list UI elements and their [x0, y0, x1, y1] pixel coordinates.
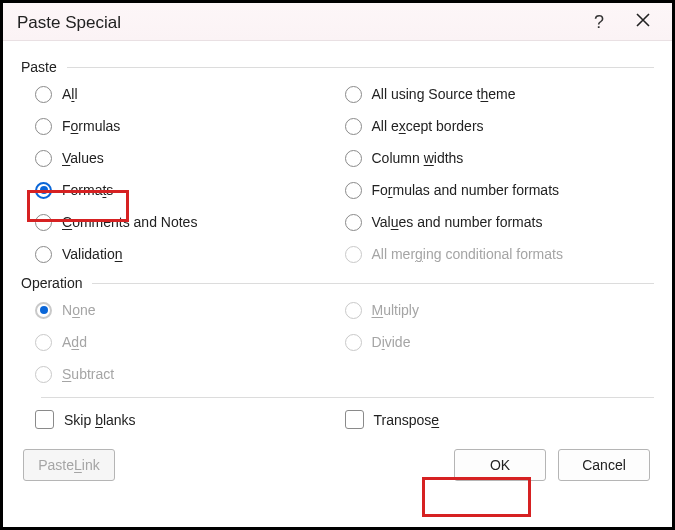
- radio-button[interactable]: [35, 246, 52, 263]
- radio-option-or1: Divide: [345, 331, 655, 353]
- button-row: Paste Link OK Cancel: [21, 449, 654, 481]
- group-operation-label: Operation: [21, 275, 82, 291]
- radio-label[interactable]: Values: [62, 150, 104, 166]
- radio-button[interactable]: [35, 150, 52, 167]
- radio-option-pl5[interactable]: Validation: [35, 243, 345, 265]
- radio-option-pr4[interactable]: Values and number formats: [345, 211, 655, 233]
- radio-option-pl4[interactable]: Comments and Notes: [35, 211, 345, 233]
- radio-button: [345, 334, 362, 351]
- group-operation-header: Operation: [21, 275, 654, 291]
- radio-option-ol1: Add: [35, 331, 345, 353]
- close-button[interactable]: [628, 11, 658, 34]
- radio-button: [345, 246, 362, 263]
- radio-button[interactable]: [345, 86, 362, 103]
- radio-label[interactable]: Formulas: [62, 118, 120, 134]
- transpose-checkbox[interactable]: [345, 410, 364, 429]
- radio-option-ol0: None: [35, 299, 345, 321]
- radio-option-pr0[interactable]: All using Source theme: [345, 83, 655, 105]
- radio-button[interactable]: [35, 214, 52, 231]
- radio-option-pr2[interactable]: Column widths: [345, 147, 655, 169]
- radio-label[interactable]: Validation: [62, 246, 122, 262]
- skip-blanks-label[interactable]: Skip blanks: [64, 412, 136, 428]
- radio-button[interactable]: [345, 214, 362, 231]
- radio-label[interactable]: Comments and Notes: [62, 214, 197, 230]
- radio-label: All merging conditional formats: [372, 246, 563, 262]
- divider: [67, 67, 654, 68]
- radio-button[interactable]: [35, 118, 52, 135]
- radio-label[interactable]: Values and number formats: [372, 214, 543, 230]
- operation-options: NoneAddSubtract MultiplyDivide: [21, 299, 654, 385]
- radio-label[interactable]: Column widths: [372, 150, 464, 166]
- radio-label: Add: [62, 334, 87, 350]
- radio-button: [345, 302, 362, 319]
- radio-option-pr5: All merging conditional formats: [345, 243, 655, 265]
- paste-link-button: Paste Link: [23, 449, 115, 481]
- skip-blanks-checkbox[interactable]: [35, 410, 54, 429]
- divider: [41, 397, 654, 398]
- radio-label: None: [62, 302, 96, 318]
- radio-label[interactable]: Formats: [62, 182, 113, 198]
- radio-option-pl3[interactable]: Formats: [35, 179, 345, 201]
- group-paste-header: Paste: [21, 59, 654, 75]
- radio-label[interactable]: All except borders: [372, 118, 484, 134]
- radio-label[interactable]: All: [62, 86, 78, 102]
- radio-label: Multiply: [372, 302, 419, 318]
- radio-label[interactable]: Formulas and number formats: [372, 182, 560, 198]
- radio-button[interactable]: [35, 182, 52, 199]
- radio-button[interactable]: [345, 150, 362, 167]
- check-row: Skip blanks Transpose: [21, 410, 654, 429]
- close-icon: [634, 11, 652, 29]
- radio-button: [35, 334, 52, 351]
- dialog-title: Paste Special: [17, 13, 570, 33]
- radio-button: [35, 366, 52, 383]
- radio-option-pr3[interactable]: Formulas and number formats: [345, 179, 655, 201]
- radio-option-pr1[interactable]: All except borders: [345, 115, 655, 137]
- radio-label: Divide: [372, 334, 411, 350]
- radio-option-pl2[interactable]: Values: [35, 147, 345, 169]
- radio-button[interactable]: [345, 118, 362, 135]
- radio-label[interactable]: All using Source theme: [372, 86, 516, 102]
- dialog-content: Paste AllFormulasValuesFormatsComments a…: [3, 41, 672, 495]
- radio-label: Subtract: [62, 366, 114, 382]
- transpose-label[interactable]: Transpose: [374, 412, 440, 428]
- radio-option-or0: Multiply: [345, 299, 655, 321]
- paste-options: AllFormulasValuesFormatsComments and Not…: [21, 83, 654, 265]
- radio-option-pl1[interactable]: Formulas: [35, 115, 345, 137]
- help-button[interactable]: ?: [570, 12, 628, 33]
- radio-button[interactable]: [35, 86, 52, 103]
- divider: [92, 283, 654, 284]
- radio-option-pl0[interactable]: All: [35, 83, 345, 105]
- ok-button[interactable]: OK: [454, 449, 546, 481]
- radio-button[interactable]: [345, 182, 362, 199]
- radio-button: [35, 302, 52, 319]
- radio-option-ol2: Subtract: [35, 363, 345, 385]
- titlebar: Paste Special ?: [3, 3, 672, 41]
- group-paste-label: Paste: [21, 59, 57, 75]
- cancel-button[interactable]: Cancel: [558, 449, 650, 481]
